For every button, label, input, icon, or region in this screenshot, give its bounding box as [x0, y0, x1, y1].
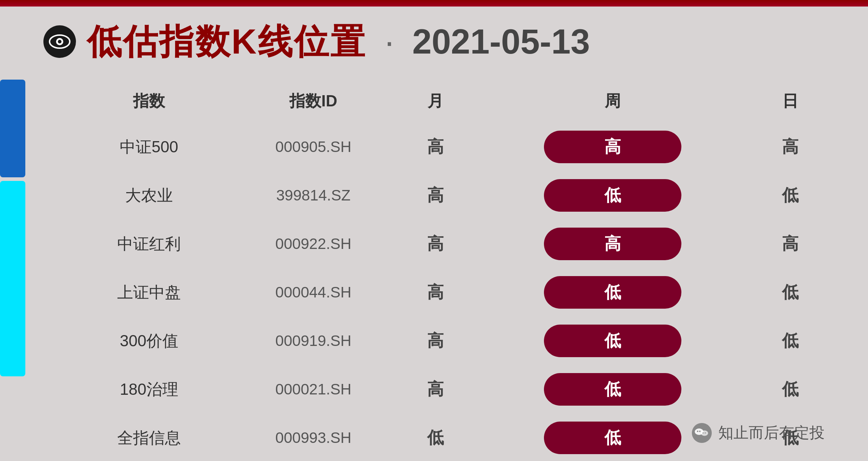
cell-index-name: 中证500: [72, 123, 226, 171]
cell-day: 低: [756, 317, 825, 365]
cell-week: 低: [470, 171, 756, 220]
bar-cyan: [0, 181, 25, 376]
footer-brand: 知止而后有定投: [718, 423, 825, 443]
table-header-row: 指数 指数ID 月 周 日: [72, 83, 825, 123]
color-bars: [0, 80, 25, 376]
cell-index-name: 上证中盘: [72, 268, 226, 317]
cell-index-id: 000993.SH: [226, 414, 401, 461]
svg-point-7: [699, 431, 701, 432]
col-header-day: 日: [756, 83, 825, 123]
table-row: 300价值000919.SH高低低: [72, 317, 825, 365]
cell-month: 高: [401, 268, 470, 317]
table-wrapper: 指数 指数ID 月 周 日 中证500000905.SH高高高大农业399814…: [72, 83, 825, 461]
footer: 知止而后有定投: [692, 423, 825, 443]
table-row: 180治理000021.SH高低低: [72, 365, 825, 414]
cell-index-id: 000905.SH: [226, 123, 401, 171]
cell-index-id: 399814.SZ: [226, 171, 401, 220]
eye-icon: [43, 25, 76, 58]
cell-week: 低: [470, 317, 756, 365]
svg-point-2: [58, 40, 61, 43]
cell-day: 低: [756, 268, 825, 317]
col-header-name: 指数: [72, 83, 226, 123]
bar-blue: [0, 80, 25, 177]
cell-index-id: 000021.SH: [226, 365, 401, 414]
table-row: 中证500000905.SH高高高: [72, 123, 825, 171]
cell-index-id: 000922.SH: [226, 220, 401, 268]
cell-month: 高: [401, 317, 470, 365]
cell-day: 高: [756, 123, 825, 171]
cell-week: 高: [470, 220, 756, 268]
cell-month: 高: [401, 220, 470, 268]
svg-point-5: [701, 430, 708, 436]
header: 低估指数K线位置 · 2021-05-13: [43, 22, 825, 62]
table-row: 中证红利000922.SH高高高: [72, 220, 825, 268]
cell-day: 高: [756, 220, 825, 268]
cell-index-name: 中证红利: [72, 220, 226, 268]
cell-month: 低: [401, 414, 470, 461]
col-header-month: 月: [401, 83, 470, 123]
svg-point-9: [705, 432, 706, 433]
cell-index-name: 300价值: [72, 317, 226, 365]
cell-index-name: 大农业: [72, 171, 226, 220]
col-header-id: 指数ID: [226, 83, 401, 123]
cell-index-id: 000919.SH: [226, 317, 401, 365]
table-row: 上证中盘000044.SH高低低: [72, 268, 825, 317]
cell-week: 低: [470, 365, 756, 414]
svg-point-6: [697, 431, 698, 432]
col-header-week: 周: [470, 83, 756, 123]
cell-day: 低: [756, 171, 825, 220]
cell-index-id: 000044.SH: [226, 268, 401, 317]
main-container: 低估指数K线位置 · 2021-05-13 指数 指数ID 月 周 日 中证50…: [0, 0, 868, 461]
data-table: 指数 指数ID 月 周 日 中证500000905.SH高高高大农业399814…: [72, 83, 825, 461]
cell-month: 高: [401, 123, 470, 171]
cell-week: 高: [470, 123, 756, 171]
cell-index-name: 全指信息: [72, 414, 226, 461]
title-date: 2021-05-13: [412, 22, 590, 62]
title-separator: ·: [384, 22, 394, 62]
cell-month: 高: [401, 365, 470, 414]
cell-week: 低: [470, 268, 756, 317]
cell-index-name: 180治理: [72, 365, 226, 414]
table-row: 大农业399814.SZ高低低: [72, 171, 825, 220]
wechat-icon: [692, 423, 712, 443]
svg-point-8: [702, 432, 704, 433]
page-title: 低估指数K线位置: [87, 24, 366, 59]
cell-day: 低: [756, 365, 825, 414]
cell-month: 高: [401, 171, 470, 220]
